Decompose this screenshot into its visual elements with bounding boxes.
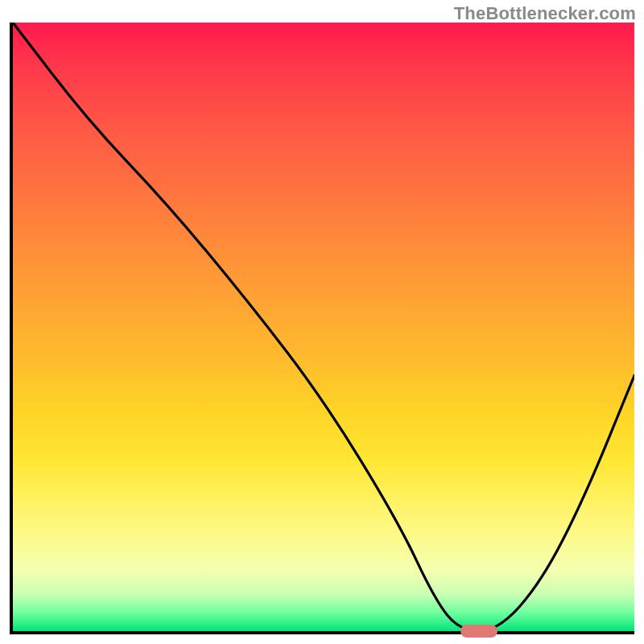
attribution-label: TheBottlenecker.com (454, 3, 636, 24)
chart-background-gradient (13, 23, 634, 631)
chart-axes (10, 23, 634, 634)
chart-container: TheBottlenecker.com (0, 0, 644, 644)
